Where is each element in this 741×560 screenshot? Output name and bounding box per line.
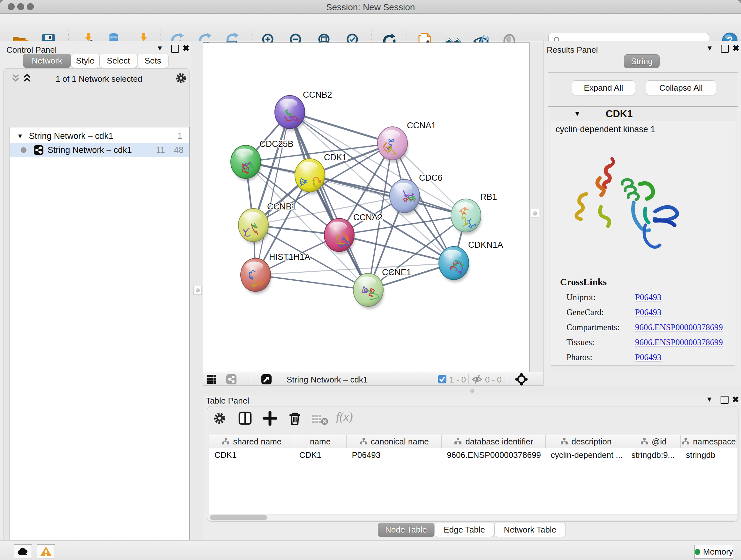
- cloud-status-button[interactable]: [14, 544, 32, 558]
- expand-all-networks-button[interactable]: [22, 73, 32, 83]
- network-node-CCNE1[interactable]: [353, 273, 384, 309]
- tab-edge-table[interactable]: Edge Table: [434, 523, 494, 537]
- network-edge-HIST1H1A-CCNE1[interactable]: [256, 275, 368, 290]
- network-node-CCNB2[interactable]: [275, 96, 306, 131]
- table-cell[interactable]: stringdb: [681, 448, 737, 462]
- expand-all-button[interactable]: Expand All: [572, 80, 635, 95]
- crosslink-value-link[interactable]: P06493: [635, 353, 662, 362]
- bottom-splitter[interactable]: [203, 386, 741, 395]
- grid-view-button[interactable]: [207, 374, 216, 384]
- plus-icon: [263, 411, 277, 426]
- statusbar-separator: [507, 374, 507, 384]
- column-header-namespace[interactable]: namespace: [681, 435, 737, 448]
- network-canvas[interactable]: CCNB2CCNA1CDC25BCDK1CDC6RB1CCNB1CCNA2CDK…: [203, 43, 530, 372]
- function-builder-button[interactable]: f(x): [336, 410, 353, 424]
- tab-select[interactable]: Select: [99, 54, 137, 68]
- crosslink-value-link[interactable]: 9606.ENSP00000378699: [635, 337, 723, 348]
- table-cell[interactable]: CDK1: [294, 448, 347, 462]
- table-panel-collapse-button[interactable]: ▼: [706, 395, 713, 403]
- control-panel-float-button[interactable]: [171, 45, 179, 53]
- tab-node-table[interactable]: Node Table: [378, 523, 434, 537]
- crosslink-value-link[interactable]: P06493: [635, 293, 662, 302]
- network-node-CCNB1[interactable]: [239, 208, 269, 244]
- network-node-CDK1[interactable]: [295, 159, 326, 194]
- collection-expander-icon[interactable]: ▼: [17, 132, 23, 140]
- network-options-button[interactable]: [175, 72, 187, 84]
- statusbar-separator: [468, 374, 469, 384]
- delete-columns-button[interactable]: [287, 411, 302, 426]
- table-panel-close-button[interactable]: ✖: [732, 395, 739, 405]
- memory-button[interactable]: Memory: [694, 545, 733, 559]
- selected-nodes-checkbox[interactable]: [438, 375, 447, 383]
- network-collection-row[interactable]: ▼ String Network – cdk1 1: [10, 129, 189, 143]
- network-view-mode-button[interactable]: [226, 374, 237, 385]
- window-statusbar: Memory: [0, 540, 741, 560]
- network-node-RB1[interactable]: [451, 199, 482, 235]
- results-panel-collapse-button[interactable]: ▼: [706, 44, 713, 52]
- crosslink-value-link[interactable]: P06493: [635, 307, 662, 317]
- table-panel-float-button[interactable]: [721, 396, 729, 404]
- results-panel-close-button[interactable]: ✖: [732, 44, 739, 53]
- collapse-all-networks-button[interactable]: [11, 73, 20, 83]
- table-cell[interactable]: P06493: [347, 448, 442, 462]
- result-card-body: cyclin-dependent kinase 1 CrossLinks: [551, 121, 735, 366]
- network-node-CDKN1A[interactable]: [439, 246, 469, 282]
- crosslink-row: Compartments:9606.ENSP00000378699: [566, 320, 732, 335]
- column-type-icon: [640, 438, 649, 445]
- column-header-description[interactable]: description: [546, 435, 626, 448]
- right-splitter[interactable]: [530, 43, 543, 386]
- tab-network-table[interactable]: Network Table: [494, 523, 566, 537]
- table-cell[interactable]: 9606.ENSP00000378699: [442, 448, 546, 462]
- memory-status-dot: [695, 549, 700, 555]
- column-header-canonical-name[interactable]: canonical name: [347, 435, 442, 448]
- pan-mode-button[interactable]: [515, 373, 528, 386]
- network-node-CCNA1[interactable]: [378, 127, 408, 163]
- node-table: shared namenamecanonical namedatabase id…: [209, 435, 737, 514]
- double-chevron-down-icon: [11, 73, 20, 83]
- create-column-button[interactable]: [263, 411, 277, 426]
- bottom-splitter-handle[interactable]: [468, 387, 476, 394]
- crosslinks-list: Uniprot:P06493GeneCard:P06493Compartment…: [566, 290, 732, 365]
- tab-string[interactable]: String: [624, 54, 660, 68]
- network-edge-CCNB2-CCNE1[interactable]: [290, 112, 368, 290]
- left-splitter-handle[interactable]: [193, 286, 202, 295]
- results-panel-float-button[interactable]: [721, 45, 729, 53]
- table-panel-title: Table Panel: [206, 396, 249, 406]
- crosslink-value-link[interactable]: 9606.ENSP00000378699: [635, 322, 723, 332]
- tab-network[interactable]: Network: [23, 54, 71, 68]
- control-panel-collapse-button[interactable]: ▼: [156, 44, 163, 52]
- crosslink-label: GeneCard:: [566, 307, 635, 317]
- horizontal-scrollbar-track[interactable]: [207, 515, 737, 520]
- delete-table-button[interactable]: [311, 413, 328, 426]
- table-row[interactable]: CDK1CDK1P064939606.ENSP00000378699cyclin…: [209, 448, 737, 462]
- control-panel: Control Panel ▼ ✖ NetworkStyleSelectSets…: [0, 41, 192, 540]
- warnings-button[interactable]: [37, 544, 55, 558]
- network-row-label: String Network – cdk1: [48, 145, 132, 155]
- horizontal-scrollbar-thumb[interactable]: [210, 515, 267, 520]
- network-edge-CCNB2-HIST1H1A[interactable]: [256, 112, 290, 275]
- collection-count: 1: [178, 131, 182, 141]
- hidden-elements-button[interactable]: [472, 374, 482, 384]
- network-node-CDC25B[interactable]: [231, 145, 261, 181]
- table-options-button[interactable]: [213, 412, 226, 425]
- table-cell[interactable]: CDK1: [209, 448, 294, 462]
- birds-eye-view-button[interactable]: [261, 374, 272, 385]
- column-header-shared-name[interactable]: shared name: [209, 435, 294, 448]
- network-node-CDC6[interactable]: [390, 179, 420, 215]
- right-splitter-handle[interactable]: [531, 209, 539, 218]
- show-columns-button[interactable]: [238, 411, 253, 426]
- tab-style[interactable]: Style: [71, 54, 99, 68]
- result-description: cyclin-dependent kinase 1: [556, 125, 655, 134]
- table-cell[interactable]: stringdb:9...: [626, 448, 681, 462]
- left-splitter[interactable]: [192, 41, 203, 540]
- table-cell[interactable]: cyclin-dependent ...: [546, 448, 626, 462]
- collapse-all-button[interactable]: Collapse All: [646, 80, 716, 95]
- tab-sets[interactable]: Sets: [137, 54, 169, 68]
- control-panel-close-button[interactable]: ✖: [183, 44, 190, 53]
- column-header--id[interactable]: @id: [626, 435, 681, 448]
- network-row-selected[interactable]: String Network – cdk1 11 48: [10, 143, 189, 157]
- column-header-name[interactable]: name: [294, 435, 347, 448]
- result-expander-icon[interactable]: ▼: [574, 110, 581, 118]
- network-node-HIST1H1A[interactable]: [241, 258, 271, 294]
- column-header-database-identifier[interactable]: database identifier: [442, 435, 546, 448]
